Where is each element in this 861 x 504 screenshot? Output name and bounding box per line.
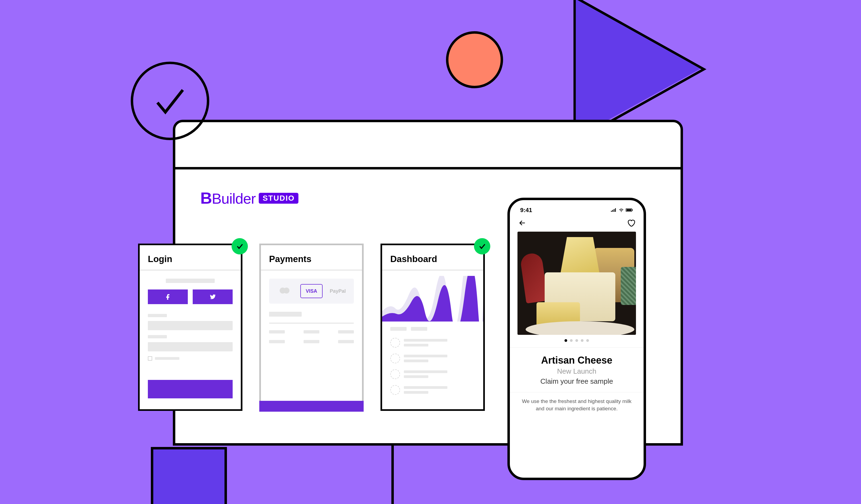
card-payments[interactable]: Payments VISA PayPal: [259, 243, 364, 411]
heart-icon[interactable]: [627, 219, 636, 227]
svg-rect-2: [614, 209, 615, 212]
pay-option-mastercard[interactable]: [274, 284, 296, 298]
back-icon[interactable]: [518, 219, 527, 227]
product-claim: Claim your free sample: [510, 377, 644, 392]
decoration-circle: [446, 31, 503, 88]
svg-rect-6: [627, 209, 631, 211]
browser-window: BBuilder STUDIO Login: [173, 120, 683, 446]
check-icon: [232, 238, 248, 254]
card-title: Dashboard: [382, 245, 483, 270]
decoration-check-circle: [131, 62, 209, 140]
card-title: Login: [140, 245, 241, 270]
card-dashboard[interactable]: Dashboard: [381, 243, 485, 411]
logo-text: Builder: [212, 190, 256, 207]
pay-option-visa[interactable]: VISA: [300, 284, 323, 298]
product-title: Artisan Cheese: [510, 347, 644, 366]
dashboard-chart: [382, 276, 483, 322]
browser-titlebar: [175, 122, 681, 169]
svg-point-4: [621, 211, 622, 212]
twitter-button[interactable]: [193, 290, 233, 304]
svg-rect-0: [611, 211, 612, 212]
battery-icon: [626, 208, 633, 212]
carousel-dots[interactable]: [510, 335, 644, 346]
logo: BBuilder STUDIO: [200, 189, 298, 208]
phone-preview: 9:41 Artisan Cheese New Launch Clai: [507, 198, 646, 480]
feature-cards: Login Payments: [138, 243, 485, 411]
phone-statusbar: 9:41: [510, 200, 644, 216]
svg-rect-1: [612, 210, 613, 212]
pay-option-paypal[interactable]: PayPal: [327, 284, 348, 298]
product-subtitle: New Launch: [510, 366, 644, 377]
signal-icon: [611, 208, 617, 212]
product-description: We use the the freshest and highest qual…: [510, 392, 644, 418]
login-submit[interactable]: [148, 380, 233, 398]
product-image: [518, 232, 636, 335]
card-title: Payments: [261, 245, 362, 270]
svg-rect-7: [632, 209, 633, 211]
decoration-square: [151, 447, 227, 504]
facebook-button[interactable]: [148, 290, 188, 304]
svg-rect-3: [615, 208, 616, 212]
wifi-icon: [618, 208, 624, 212]
logo-badge: STUDIO: [259, 193, 298, 204]
card-login[interactable]: Login: [138, 243, 243, 411]
phone-time: 9:41: [520, 207, 532, 214]
check-icon: [474, 238, 490, 254]
